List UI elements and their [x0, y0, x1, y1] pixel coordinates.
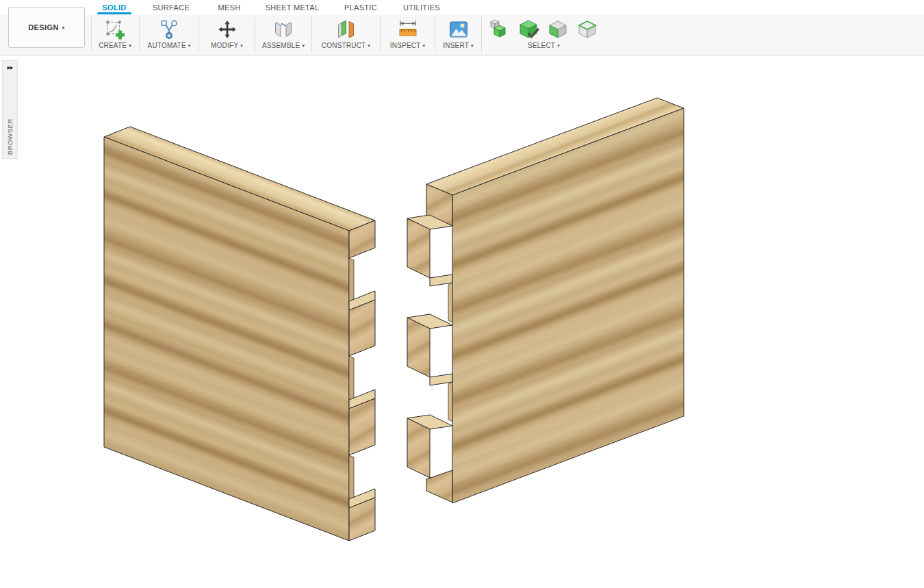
construction-planes-icon[interactable]	[335, 18, 357, 41]
body-select-icon[interactable]	[518, 18, 540, 40]
component-select-icon[interactable]	[489, 18, 511, 40]
caret-down-icon: ▾	[240, 43, 243, 48]
right-board-finger[interactable]	[407, 318, 430, 377]
edge-select-icon[interactable]	[577, 18, 599, 40]
left-board-notch-wall	[349, 356, 354, 403]
toolbar-group-select[interactable]: SELECT ▾	[482, 15, 606, 55]
left-board[interactable]	[104, 127, 375, 541]
insert-image-icon[interactable]	[448, 18, 470, 41]
toolbar-group-inspect[interactable]: INSPECT ▾	[381, 15, 435, 55]
move-arrows-icon[interactable]	[216, 18, 238, 41]
ribbon: SOLID SURFACE MESH SHEET METAL PLASTIC U…	[0, 0, 924, 55]
assemble-dropdown[interactable]: ASSEMBLE ▾	[262, 42, 305, 49]
caret-down-icon: ▾	[188, 43, 191, 48]
caret-down-icon: ▾	[302, 43, 305, 48]
create-sketch-icon[interactable]	[104, 18, 126, 41]
select-cube-icons	[489, 18, 599, 41]
left-board-finger[interactable]	[349, 300, 375, 356]
fusion-window: SOLID SURFACE MESH SHEET METAL PLASTIC U…	[0, 0, 924, 588]
right-board-finger[interactable]	[407, 218, 430, 278]
tab-solid[interactable]: SOLID	[91, 0, 138, 15]
toolbar-group-assemble[interactable]: ASSEMBLE ▾	[255, 15, 311, 55]
modify-dropdown[interactable]: MODIFY ▾	[211, 42, 243, 49]
right-board[interactable]	[407, 98, 684, 503]
joint-plates-icon[interactable]	[272, 18, 294, 41]
toolbar-group-insert[interactable]: INSERT ▾	[435, 15, 481, 55]
face-select-icon[interactable]	[548, 18, 569, 40]
caret-down-icon: ▾	[62, 25, 65, 30]
tab-sheet-metal[interactable]: SHEET METAL	[254, 0, 331, 15]
caret-down-icon: ▾	[557, 43, 560, 48]
workspace-label: DESIGN	[28, 23, 59, 31]
right-board-notch-wall	[448, 283, 452, 322]
left-board-finger[interactable]	[349, 398, 375, 455]
tab-mesh[interactable]: MESH	[205, 0, 254, 15]
left-board-notch-wall	[349, 455, 354, 502]
ribbon-tab-bar: SOLID SURFACE MESH SHEET METAL PLASTIC U…	[0, 0, 924, 15]
viewport[interactable]: ▶▶ BROWSER	[0, 55, 924, 588]
measure-ruler-icon[interactable]	[397, 18, 419, 41]
caret-down-icon: ▾	[129, 43, 131, 48]
caret-down-icon: ▾	[368, 43, 370, 48]
tab-utilities[interactable]: UTILITIES	[391, 0, 452, 15]
inspect-dropdown[interactable]: INSPECT ▾	[390, 42, 425, 49]
create-dropdown[interactable]: CREATE ▾	[99, 42, 131, 49]
right-board-finger[interactable]	[407, 418, 430, 478]
insert-dropdown[interactable]: INSERT ▾	[443, 42, 473, 49]
automate-icon[interactable]	[158, 18, 180, 41]
construct-dropdown[interactable]: CONSTRUCT ▾	[322, 42, 370, 49]
select-dropdown[interactable]: SELECT ▾	[528, 42, 560, 49]
right-board-end-face[interactable]	[426, 470, 452, 502]
caret-down-icon: ▾	[471, 43, 474, 48]
right-board-notch-wall	[448, 382, 452, 422]
tab-surface[interactable]: SURFACE	[138, 0, 205, 15]
model-canvas[interactable]	[0, 55, 924, 588]
caret-down-icon: ▾	[423, 43, 426, 48]
left-board-notch-wall	[349, 258, 354, 305]
toolbar-group-create[interactable]: CREATE ▾	[91, 15, 139, 55]
toolbar-group-modify[interactable]: MODIFY ▾	[199, 15, 255, 55]
automate-dropdown[interactable]: AUTOMATE ▾	[148, 42, 191, 49]
ribbon-toolbar: DESIGN ▾	[0, 15, 924, 55]
workspace-selector-button[interactable]: DESIGN ▾	[8, 7, 85, 48]
toolbar-group-automate[interactable]: AUTOMATE ▾	[140, 15, 198, 55]
toolbar-group-construct[interactable]: CONSTRUCT ▾	[312, 15, 380, 55]
tab-plastic[interactable]: PLASTIC	[331, 0, 391, 15]
